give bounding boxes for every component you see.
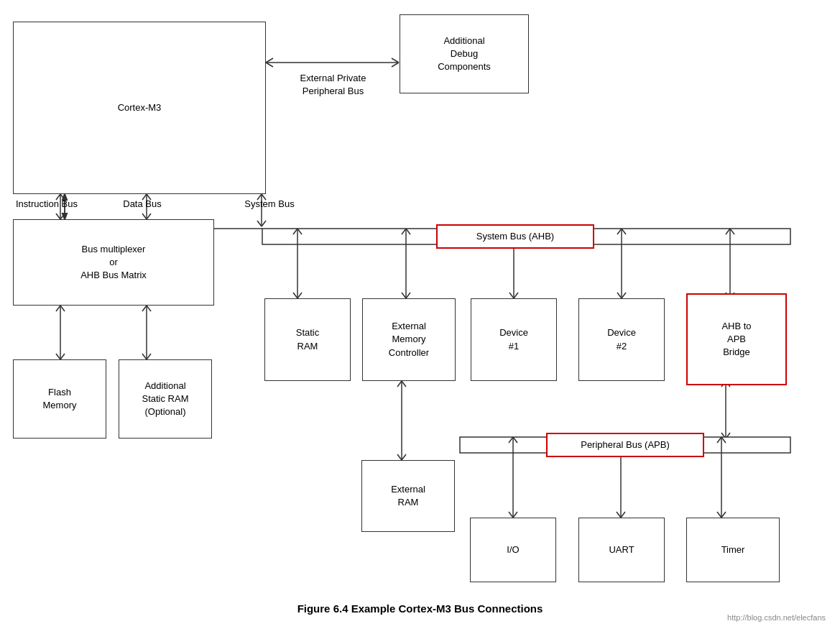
svg-line-5 — [56, 214, 60, 219]
additional-sram-label: Additional Static RAM (Optional) — [142, 380, 188, 419]
svg-line-40 — [406, 229, 410, 234]
svg-line-80 — [717, 437, 721, 443]
flash-memory-box: Flash Memory — [13, 359, 106, 439]
figure-caption: Figure 6.4 Example Cortex-M3 Bus Connect… — [0, 602, 840, 615]
timer-label: Timer — [721, 543, 745, 556]
svg-line-23 — [56, 306, 60, 311]
device1-box: Device #1 — [471, 298, 557, 381]
svg-line-30 — [142, 354, 147, 359]
static-ram-box: Static RAM — [264, 298, 351, 381]
system-bus-label: System Bus — [237, 198, 302, 211]
svg-line-47 — [514, 293, 518, 298]
cortex-m3-box: Cortex-M3 — [13, 22, 266, 194]
svg-line-37 — [297, 293, 302, 298]
device2-label: Device #2 — [607, 326, 636, 352]
uart-box: UART — [578, 518, 665, 582]
static-ram-label: Static RAM — [296, 326, 320, 352]
watermark: http://blog.csdn.net/elecfans — [727, 613, 826, 622]
external-private-bus-label: External Private Peripheral Bus — [270, 72, 396, 98]
svg-line-19 — [266, 63, 273, 67]
svg-line-60 — [402, 381, 406, 387]
svg-line-20 — [392, 58, 399, 63]
svg-line-25 — [56, 354, 60, 359]
svg-line-34 — [293, 229, 297, 234]
svg-line-67 — [726, 433, 730, 439]
svg-line-71 — [513, 437, 517, 443]
ext-memory-ctrl-box: External Memory Controller — [362, 298, 456, 381]
svg-line-18 — [266, 58, 273, 63]
uart-label: UART — [609, 543, 634, 556]
svg-line-72 — [509, 512, 513, 518]
external-ram-label: External RAM — [391, 483, 425, 509]
peripheral-bus-apb-label: Peripheral Bus (APB) — [581, 439, 670, 451]
svg-line-81 — [721, 437, 726, 443]
bus-mux-box: Bus multiplexer or AHB Bus Matrix — [13, 219, 214, 306]
svg-line-51 — [617, 293, 622, 298]
ahb-apb-bridge-label: AHB to APB Bridge — [721, 320, 751, 359]
svg-line-50 — [622, 229, 626, 234]
svg-line-77 — [617, 512, 621, 518]
instruction-bus-label: Instruction Bus — [7, 198, 86, 211]
svg-line-82 — [717, 512, 721, 518]
cortex-m3-label: Cortex-M3 — [118, 101, 162, 114]
svg-line-83 — [721, 512, 726, 518]
svg-line-11 — [147, 214, 151, 219]
additional-sram-box: Additional Static RAM (Optional) — [119, 359, 212, 439]
flash-memory-label: Flash Memory — [43, 386, 77, 412]
svg-line-6 — [60, 214, 65, 219]
svg-line-70 — [509, 437, 513, 443]
peripheral-bus-apb-box: Peripheral Bus (APB) — [546, 433, 704, 457]
bus-mux-label: Bus multiplexer or AHB Bus Matrix — [80, 243, 147, 283]
svg-line-52 — [622, 293, 626, 298]
svg-line-66 — [721, 433, 726, 439]
data-bus-label: Data Bus — [114, 198, 171, 211]
diagram-container: Cortex-M3 Additional Debug Components Ex… — [0, 0, 840, 629]
ext-memory-ctrl-label: External Memory Controller — [389, 320, 429, 359]
svg-line-15 — [257, 221, 262, 226]
ahb-apb-bridge-box: AHB to APB Bridge — [686, 293, 787, 385]
svg-line-28 — [142, 306, 147, 311]
svg-line-31 — [147, 354, 151, 359]
svg-line-62 — [402, 454, 406, 460]
device1-label: Device #1 — [499, 326, 528, 352]
additional-debug-box: Additional Debug Components — [400, 14, 529, 93]
svg-line-10 — [142, 214, 147, 219]
svg-line-29 — [147, 306, 151, 311]
svg-line-73 — [513, 512, 517, 518]
svg-line-61 — [397, 454, 402, 460]
svg-line-78 — [621, 512, 625, 518]
svg-line-21 — [392, 63, 399, 67]
external-ram-box: External RAM — [361, 460, 455, 532]
system-bus-ahb-label: System Bus (AHB) — [476, 230, 554, 243]
system-bus-ahb-box: System Bus (AHB) — [436, 224, 594, 249]
svg-line-55 — [730, 229, 734, 234]
io-label: I/O — [507, 543, 519, 556]
svg-line-54 — [726, 229, 730, 234]
svg-line-36 — [293, 293, 297, 298]
svg-line-59 — [397, 381, 402, 387]
timer-box: Timer — [686, 518, 780, 582]
additional-debug-label: Additional Debug Components — [438, 35, 491, 74]
device2-box: Device #2 — [578, 298, 665, 381]
svg-line-16 — [262, 221, 266, 226]
svg-line-39 — [402, 229, 406, 234]
io-box: I/O — [470, 518, 556, 582]
svg-line-42 — [406, 293, 410, 298]
svg-line-49 — [617, 229, 622, 234]
svg-line-35 — [297, 229, 302, 234]
svg-line-41 — [402, 293, 406, 298]
svg-line-26 — [60, 354, 65, 359]
svg-line-46 — [509, 293, 514, 298]
svg-line-24 — [60, 306, 65, 311]
